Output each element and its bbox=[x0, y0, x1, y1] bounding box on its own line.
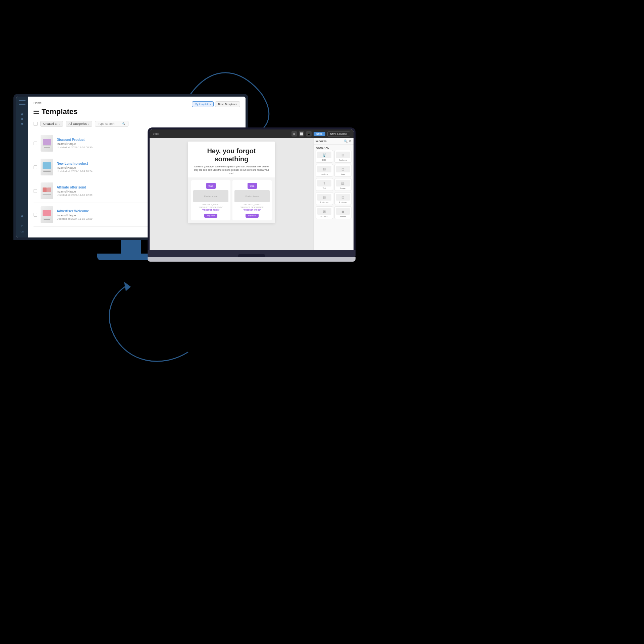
widgets-label[interactable]: WIDGETS bbox=[316, 140, 327, 143]
product-name-1: *PRODUCT_NAME* bbox=[234, 204, 270, 206]
created-at-filter[interactable]: Created at ↓ bbox=[40, 121, 63, 127]
item-1-checkbox[interactable] bbox=[34, 165, 37, 169]
widget-2col[interactable]: ⊟ 2 columns bbox=[334, 150, 352, 163]
nav-bottom-dot[interactable] bbox=[21, 215, 23, 217]
monitor-neck bbox=[121, 240, 141, 254]
select-all-checkbox[interactable] bbox=[34, 122, 38, 126]
woo-logo-0: woo bbox=[206, 183, 216, 189]
widget-image[interactable]: 🖼 Image bbox=[334, 178, 352, 191]
product-desc-0: *PRODUCT_DESCRIPTION* bbox=[193, 206, 228, 208]
search-placeholder-text: Type search bbox=[98, 122, 114, 125]
tab-my-templates[interactable]: My templates bbox=[192, 101, 214, 107]
editor-logo: eflite bbox=[153, 132, 159, 136]
laptop-base bbox=[148, 257, 356, 262]
editor-header: eflite 🖥 ⬜ 📱 SAVE SAVE & CLOSE bbox=[150, 129, 354, 138]
filters-row: Created at ↓ All categories ↓ Type searc… bbox=[34, 121, 240, 127]
editor-canvas[interactable]: Hey, you forgot something It seems you f… bbox=[150, 138, 313, 250]
category-arrow-icon: ↓ bbox=[88, 123, 90, 125]
widget-3col[interactable]: ⊠ 3 column bbox=[316, 206, 333, 219]
email-products-section: woo Product Image *PRODUCT_NAME* *PRODUC… bbox=[188, 177, 275, 223]
product-card-1: woo Product Image *PRODUCT_NAME* *PRODUC… bbox=[232, 180, 272, 220]
tab-base-templates[interactable]: Base Templates bbox=[215, 101, 240, 107]
widget-logo[interactable]: ◻ Logo bbox=[334, 164, 352, 177]
woo-logo-1: woo bbox=[248, 183, 257, 189]
laptop-bottom-bar bbox=[148, 250, 356, 257]
tab-bar: My templates Base Templates bbox=[192, 101, 240, 107]
mobile-view-icon[interactable]: 📱 bbox=[306, 131, 312, 137]
widget-rss[interactable]: 📡 RSS bbox=[316, 150, 333, 163]
page-title-row: Templates bbox=[34, 107, 240, 116]
email-header-section: Hey, you forgot something It seems you f… bbox=[188, 142, 275, 177]
sidebar-settings-icon[interactable]: ⚙ bbox=[349, 140, 352, 143]
3col-icon: ⊠ bbox=[317, 208, 331, 215]
nav-dot-1[interactable] bbox=[21, 113, 23, 115]
widget-1col-c[interactable]: ⊡ 1 column bbox=[334, 192, 352, 205]
logo-widget-icon: ◻ bbox=[336, 166, 350, 172]
save-button[interactable]: SAVE bbox=[314, 132, 325, 136]
search-icon: 🔍 bbox=[122, 122, 125, 125]
nav-dot-2[interactable] bbox=[21, 118, 23, 120]
item-3-thumbnail bbox=[41, 206, 53, 223]
image-widget-icon: 🖼 bbox=[336, 180, 350, 186]
laptop: eflite 🖥 ⬜ 📱 SAVE SAVE & CLOSE bbox=[148, 127, 356, 262]
save-close-button[interactable]: SAVE & CLOSE bbox=[327, 131, 350, 137]
product-name-0: *PRODUCT_NAME* bbox=[193, 204, 228, 206]
search-box[interactable]: Type search 🔍 bbox=[95, 121, 128, 127]
item-2-thumbnail bbox=[41, 182, 53, 199]
widget-1col[interactable]: ⊡ 1 colums bbox=[316, 164, 333, 177]
sidebar-top-tabs: WIDGETS 🔍 ⚙ bbox=[314, 138, 354, 145]
tablet-view-icon[interactable]: ⬜ bbox=[299, 131, 304, 137]
item-2-checkbox[interactable] bbox=[34, 189, 37, 193]
text-widget-icon: T bbox=[317, 180, 331, 186]
email-title: Hey, you forgot something bbox=[193, 147, 270, 163]
sidebar-icon-1 bbox=[19, 104, 25, 105]
widgets-grid: 📡 RSS ⊟ 2 columns ⊡ bbox=[314, 150, 354, 221]
1col-c-icon: ⊡ bbox=[336, 194, 350, 201]
sidebar-search-icon[interactable]: 🔍 bbox=[344, 140, 347, 143]
nav-dot-3[interactable] bbox=[21, 123, 23, 125]
editor-sidebar: WIDGETS 🔍 ⚙ GENERAL 📡 RSS ⊟ bbox=[313, 138, 354, 250]
module-icon: ◼ bbox=[336, 208, 350, 215]
buy-button-0[interactable]: Buy now bbox=[204, 214, 217, 218]
product-desc-1: *PRODUCT_DESCRIPTION* bbox=[234, 206, 270, 208]
rss-icon: 📡 bbox=[317, 152, 331, 158]
editor-header-right: 🖥 ⬜ 📱 SAVE SAVE & CLOSE bbox=[291, 131, 350, 137]
svg-marker-1 bbox=[124, 282, 131, 291]
category-filter[interactable]: All categories ↓ bbox=[66, 121, 93, 127]
app-sidebar: Pi UB bbox=[16, 97, 28, 237]
item-3-checkbox[interactable] bbox=[34, 213, 37, 217]
item-0-thumbnail bbox=[41, 135, 53, 152]
email-subtitle: It seems you forgot some items great in … bbox=[193, 165, 270, 175]
product-image-0: Product Image bbox=[193, 190, 228, 202]
page-title: Templates bbox=[42, 107, 77, 116]
filter-arrow-icon: ↓ bbox=[59, 123, 60, 125]
widget-1col-b[interactable]: ⊟ 1 columns bbox=[316, 192, 333, 205]
product-card-0: woo Product Image *PRODUCT_NAME* *PRODUC… bbox=[191, 180, 230, 220]
2col-icon: ⊟ bbox=[336, 152, 350, 158]
widget-module[interactable]: ◼ Module bbox=[334, 206, 352, 219]
item-0-checkbox[interactable] bbox=[34, 142, 37, 145]
email-template: Hey, you forgot something It seems you f… bbox=[188, 142, 275, 223]
product-image-1: Product Image bbox=[234, 190, 270, 202]
hamburger-icon bbox=[34, 110, 39, 114]
general-section-title: GENERAL bbox=[314, 145, 354, 150]
menu-icon[interactable] bbox=[19, 100, 25, 101]
buy-button-1[interactable]: Buy now bbox=[246, 214, 259, 218]
item-1-thumbnail bbox=[41, 159, 53, 175]
product-price-1: *PRODUCT_PRICE* bbox=[234, 209, 270, 211]
1col-b-icon: ⊟ bbox=[317, 194, 331, 201]
laptop-screen: eflite 🖥 ⬜ 📱 SAVE SAVE & CLOSE bbox=[150, 129, 354, 250]
laptop-notch bbox=[238, 254, 265, 257]
laptop-screen-container: eflite 🖥 ⬜ 📱 SAVE SAVE & CLOSE bbox=[148, 127, 356, 250]
product-price-0: *PRODUCT_PRICE* bbox=[193, 209, 228, 211]
desktop-view-icon[interactable]: 🖥 bbox=[291, 131, 297, 137]
editor-body: Hey, you forgot something It seems you f… bbox=[150, 138, 354, 250]
widget-text[interactable]: T Text bbox=[316, 178, 333, 191]
1col-icon: ⊡ bbox=[317, 166, 331, 172]
